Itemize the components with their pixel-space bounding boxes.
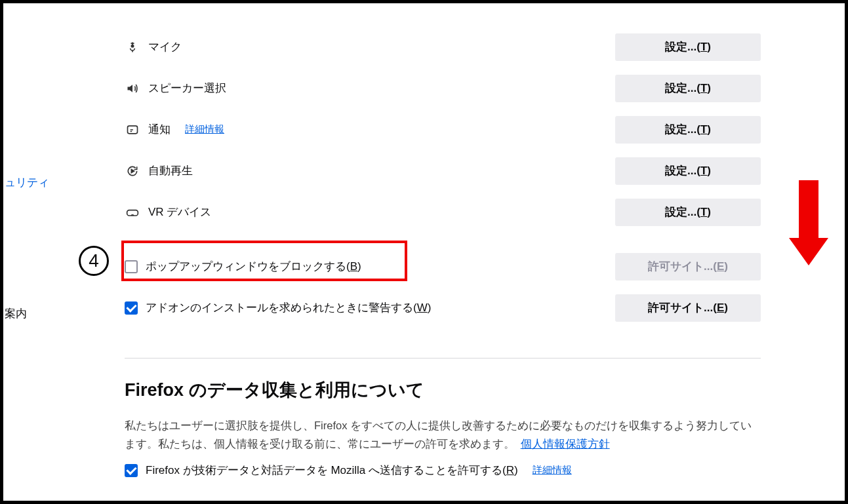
btn-end: ) — [724, 260, 728, 273]
privacy-policy-link[interactable]: 個人情報保護方針 — [521, 438, 610, 450]
lbl-end: ) — [514, 464, 518, 476]
btn-end: ) — [724, 301, 728, 314]
btn-text: 設定...( — [665, 123, 700, 136]
permission-row-notification: 通知 詳細情報 設定...(T) — [125, 109, 761, 150]
block-popup-row: ポップアップウィンドウをブロックする(B) 許可サイト...(E) — [125, 246, 761, 287]
notification-icon — [125, 122, 140, 138]
check-left: アドオンのインストールを求められたときに警告する(W) — [125, 300, 615, 315]
btn-end: ) — [707, 41, 711, 53]
permission-left: 自動再生 — [125, 163, 615, 179]
lbl-text: Firefox が技術データと対話データを Mozilla へ送信することを許可… — [146, 464, 506, 476]
data-collection-heading: Firefox のデータ収集と利用について — [125, 378, 761, 402]
permission-left: スピーカー選択 — [125, 81, 615, 96]
checkbox-section: ポップアップウィンドウをブロックする(B) 許可サイト...(E) アドオンのイ… — [125, 246, 761, 328]
settings-button-speaker[interactable]: 設定...(T) — [615, 75, 761, 102]
settings-button-mic[interactable]: 設定...(T) — [615, 33, 761, 61]
permission-left: VR デバイス — [125, 204, 615, 220]
btn-end: ) — [707, 82, 711, 94]
addon-warn-row: アドオンのインストールを求められたときに警告する(W) 許可サイト...(E) — [125, 287, 761, 328]
lbl-accesskey: W — [417, 301, 428, 314]
btn-accesskey: T — [700, 41, 707, 53]
desc-text: 私たちはユーザーに選択肢を提供し、Firefox をすべての人に提供し改善するた… — [125, 419, 752, 450]
permission-left: マイク — [125, 39, 615, 55]
permission-label: VR デバイス — [148, 204, 211, 220]
lbl-accesskey: B — [350, 260, 357, 273]
btn-end: ) — [707, 165, 711, 177]
exceptions-button-popup: 許可サイト...(E) — [615, 253, 761, 281]
btn-text: 許可サイト...( — [648, 301, 717, 314]
lbl-end: ) — [357, 260, 361, 273]
autoplay-icon — [125, 163, 140, 179]
lbl-accesskey: R — [506, 464, 514, 476]
check-left: ポップアップウィンドウをブロックする(B) — [125, 259, 615, 274]
sidebar-item-security[interactable]: ュリティ — [5, 175, 49, 190]
addon-warn-checkbox[interactable] — [125, 301, 138, 315]
settings-button-vr[interactable]: 設定...(T) — [615, 199, 761, 226]
permission-row-speaker: スピーカー選択 設定...(T) — [125, 68, 761, 109]
svg-point-0 — [131, 45, 133, 47]
microphone-icon — [125, 39, 140, 55]
exceptions-button-addon[interactable]: 許可サイト...(E) — [615, 294, 761, 322]
permission-row-vr: VR デバイス 設定...(T) — [125, 191, 761, 233]
sidebar-item-guide[interactable]: 案内 — [5, 306, 27, 321]
vr-icon — [125, 204, 140, 220]
btn-accesskey: T — [700, 206, 707, 218]
telemetry-row: Firefox が技術データと対話データを Mozilla へ送信することを許可… — [125, 463, 761, 478]
btn-accesskey: T — [700, 82, 707, 94]
btn-end: ) — [707, 123, 711, 136]
lbl-end: ) — [428, 301, 432, 314]
main-content: マイク 設定...(T) スピーカー選択 設定...(T) — [125, 3, 761, 478]
btn-text: 設定...( — [665, 165, 700, 177]
settings-button-notification[interactable]: 設定...(T) — [615, 116, 761, 144]
permission-label: スピーカー選択 — [148, 81, 226, 96]
permission-row-autoplay: 自動再生 設定...(T) — [125, 150, 761, 191]
section-divider — [125, 358, 761, 359]
telemetry-checkbox[interactable] — [125, 464, 138, 477]
telemetry-more-info-link[interactable]: 詳細情報 — [533, 464, 572, 476]
btn-text: 設定...( — [665, 41, 700, 53]
btn-text: 設定...( — [665, 82, 700, 94]
annotation-step-number: 4 — [79, 246, 109, 276]
sidebar: ュリティ 案内 — [3, 3, 49, 501]
permission-left: 通知 詳細情報 — [125, 122, 615, 138]
annotation-arrow-down — [789, 180, 828, 272]
btn-accesskey: E — [717, 301, 724, 314]
telemetry-label: Firefox が技術データと対話データを Mozilla へ送信することを許可… — [146, 463, 518, 478]
block-popup-checkbox[interactable] — [125, 260, 138, 273]
btn-accesskey: T — [700, 165, 707, 177]
settings-window: ュリティ 案内 マイク 設定...(T) スピーカー選択 — [0, 0, 848, 504]
btn-accesskey: T — [700, 123, 707, 136]
lbl-text: ポップアップウィンドウをブロックする( — [146, 260, 350, 273]
btn-text: 許可サイト...( — [648, 260, 717, 273]
block-popup-label: ポップアップウィンドウをブロックする(B) — [146, 259, 361, 274]
settings-button-autoplay[interactable]: 設定...(T) — [615, 157, 761, 185]
btn-text: 設定...( — [665, 206, 700, 218]
btn-accesskey: E — [717, 260, 724, 273]
permission-label: 通知 — [148, 122, 171, 137]
check-left: Firefox が技術データと対話データを Mozilla へ送信することを許可… — [125, 463, 761, 478]
permission-label: 自動再生 — [148, 163, 193, 178]
more-info-link[interactable]: 詳細情報 — [185, 123, 224, 136]
permission-row-mic: マイク 設定...(T) — [125, 26, 761, 68]
data-collection-desc: 私たちはユーザーに選択肢を提供し、Firefox をすべての人に提供し改善するた… — [125, 416, 761, 453]
lbl-text: アドオンのインストールを求められたときに警告する( — [146, 301, 417, 314]
btn-end: ) — [707, 206, 711, 218]
addon-warn-label: アドオンのインストールを求められたときに警告する(W) — [146, 300, 431, 315]
speaker-icon — [125, 81, 140, 96]
permission-label: マイク — [148, 39, 182, 54]
